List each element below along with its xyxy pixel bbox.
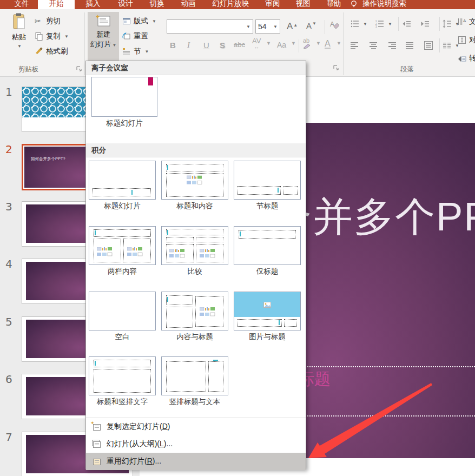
copy-button[interactable]: 复制 ▼	[35, 30, 69, 42]
red-annotation-arrow	[300, 376, 441, 465]
text-direction-button[interactable]: A 文	[458, 16, 475, 28]
layout-option[interactable]: 内容与标题	[161, 292, 228, 342]
columns-button[interactable]: ▼	[443, 39, 459, 51]
layout-option[interactable]: 图片与标题	[234, 292, 301, 342]
layout-option-ion-title[interactable]: 标题幻灯片	[91, 77, 157, 128]
reset-button[interactable]: 重置	[122, 30, 148, 42]
layout-option[interactable]: 节标题	[234, 161, 301, 211]
align-center-button[interactable]	[369, 39, 378, 51]
bullets-arrow[interactable]: ▼	[363, 22, 367, 27]
menu-item-reuse-slides[interactable]: 重用幻灯片(R)...	[86, 453, 306, 470]
font-name-combo[interactable]: ▼	[167, 19, 253, 34]
tab-design[interactable]: 设计	[110, 0, 141, 9]
change-case-button[interactable]: Aa	[277, 41, 286, 49]
paste-label: 粘贴	[12, 32, 26, 42]
tab-insert[interactable]: 插入	[78, 0, 108, 9]
numbering-arrow[interactable]: ▼	[388, 22, 392, 27]
layout-thumbnail	[89, 161, 156, 200]
paste-button[interactable]: 粘贴 ▼	[6, 13, 31, 49]
clipboard-dialog-launcher[interactable]	[76, 65, 82, 72]
align-right-button[interactable]	[387, 39, 396, 51]
layout-option[interactable]: 比较	[161, 226, 228, 276]
convert-smartart-button[interactable]: 转	[458, 52, 475, 64]
justify-button[interactable]	[406, 39, 414, 51]
decrease-indent-button[interactable]	[403, 18, 411, 30]
layout-option[interactable]: 空白	[89, 292, 156, 342]
slide-number: 4	[5, 257, 12, 270]
align-left-icon	[351, 41, 359, 50]
char-spacing-arrow[interactable]: ▼	[266, 41, 271, 46]
tab-review[interactable]: 审阅	[258, 0, 288, 9]
section-dropdown-arrow[interactable]: ▼	[145, 49, 149, 54]
lightbulb-icon	[349, 0, 358, 8]
tab-transitions[interactable]: 切换	[142, 0, 172, 9]
layout-label: 比较	[161, 267, 228, 276]
tab-home[interactable]: 开始	[38, 0, 75, 9]
increase-indent-button[interactable]	[421, 18, 430, 30]
strikethrough-button[interactable]: abc	[234, 41, 245, 49]
layout-thumbnail	[161, 356, 228, 395]
align-left-button[interactable]	[351, 39, 359, 51]
font-color-button[interactable]: A	[325, 39, 331, 49]
layout-option[interactable]: 两栏内容	[89, 226, 156, 276]
layout-option[interactable]: 仅标题	[234, 226, 301, 276]
copy-dropdown-arrow[interactable]: ▼	[64, 34, 69, 39]
content-icons	[187, 176, 203, 185]
theme-section-header-ion: 离子会议室	[86, 61, 306, 75]
menu-item-duplicate-selected-slides[interactable]: ✦ 复制选定幻灯片(D)	[86, 418, 306, 435]
char-spacing-button[interactable]: AV↔	[252, 38, 261, 50]
menu-item-slides-from-outline[interactable]: 幻灯片(从大纲)(L)...	[86, 435, 306, 453]
highlight-button[interactable]: ab	[303, 38, 313, 49]
line-spacing-button[interactable]: ▼	[443, 18, 459, 30]
numbering-button[interactable]: 123 ▼	[375, 18, 392, 30]
tab-view[interactable]: 视图	[288, 0, 318, 9]
slide-number: 6	[5, 373, 12, 386]
text-shadow-button[interactable]: S	[220, 41, 225, 50]
paste-dropdown-arrow[interactable]: ▼	[17, 44, 22, 49]
section-button[interactable]: 节 ▼	[122, 45, 149, 57]
layout-option[interactable]: 标题和内容	[161, 161, 228, 211]
bullets-button[interactable]: ▼	[351, 18, 367, 30]
font-dialog-launcher[interactable]	[333, 64, 339, 71]
font-size-arrow[interactable]: ▼	[273, 24, 278, 29]
bold-button[interactable]: B	[170, 41, 176, 50]
tab-file[interactable]: 文件	[8, 0, 36, 9]
text-direction-label: 文	[469, 17, 475, 27]
bullet-list-icon	[351, 19, 359, 28]
tab-animations[interactable]: 动画	[173, 0, 203, 9]
section-label: 节	[134, 47, 141, 56]
grow-font-button[interactable]: A▲	[287, 21, 298, 32]
format-painter-label: 格式刷	[46, 47, 68, 56]
underline-button[interactable]: U	[203, 41, 209, 50]
layout-option[interactable]: 竖排标题与文本	[161, 356, 228, 407]
layout-button[interactable]: 版式 ▼	[122, 15, 156, 27]
highlight-arrow[interactable]: ▼	[316, 41, 321, 46]
clear-formatting-button[interactable]: A	[329, 20, 340, 31]
new-slide-button[interactable]: 新建 幻灯片▼	[88, 12, 119, 62]
new-slide-dropdown-arrow[interactable]: ▼	[113, 43, 117, 48]
layout-option[interactable]: 标题和竖排文字	[89, 356, 156, 407]
tell-me-search[interactable]: 操作说明搜索	[349, 0, 406, 9]
layout-option[interactable]: 标题幻灯片	[89, 161, 156, 211]
change-case-arrow[interactable]: ▼	[291, 41, 296, 46]
tab-help[interactable]: 帮助	[319, 0, 348, 9]
align-text-button[interactable]: 对	[458, 34, 475, 46]
layout-label: 标题幻灯片	[89, 201, 156, 211]
format-painter-button[interactable]: 格式刷	[35, 45, 68, 57]
tab-slideshow[interactable]: 幻灯片放映	[204, 0, 256, 9]
shrink-font-button[interactable]: A▼	[306, 21, 316, 30]
distribute-button[interactable]	[424, 39, 433, 51]
content-icons	[97, 247, 113, 256]
align-text-label: 对	[469, 35, 475, 45]
font-name-arrow[interactable]: ▼	[246, 24, 250, 29]
copy-icon	[35, 32, 43, 41]
layout-thumbnail	[89, 292, 156, 330]
font-color-arrow[interactable]: ▼	[337, 41, 341, 46]
layout-dropdown-arrow[interactable]: ▼	[152, 19, 156, 24]
duplicate-slide-icon: ✦	[91, 422, 102, 431]
italic-button[interactable]: I	[187, 41, 190, 50]
slide-number: 1	[5, 85, 12, 98]
font-size-combo[interactable]: 54▼	[255, 19, 280, 34]
section-icon	[122, 47, 131, 56]
cut-button[interactable]: ✂ 剪切	[35, 15, 61, 27]
